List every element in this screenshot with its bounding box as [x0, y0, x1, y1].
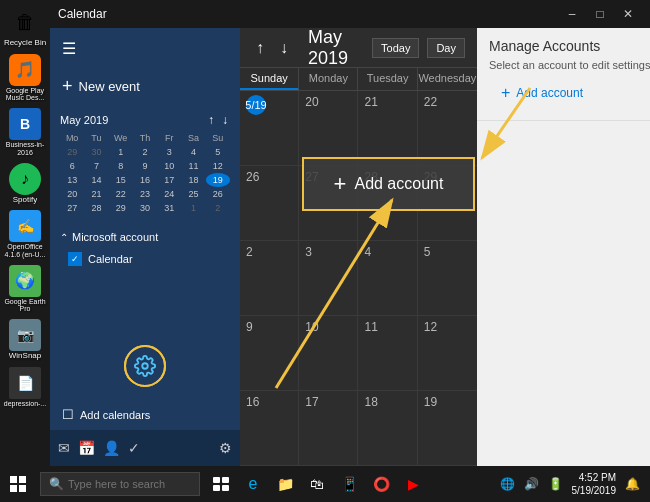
taskbar-right-icons: 🌐 🔊 🔋: [498, 474, 566, 494]
chrome-icon[interactable]: ⭕: [368, 471, 394, 497]
mini-cal-header: May 2019 ↑ ↓: [60, 113, 230, 127]
cal-cell-9[interactable]: 9: [240, 316, 299, 391]
accounts-header[interactable]: ⌃ Microsoft account: [60, 231, 230, 243]
desktop-icon-recycle-bin[interactable]: 🗑 Recycle Bin: [0, 4, 50, 50]
add-calendars-label: Add calendars: [80, 409, 150, 421]
accounts-section-title: Microsoft account: [72, 231, 158, 243]
cal-day-view-button[interactable]: Day: [427, 38, 465, 58]
account-item-calendar[interactable]: ✓ Calendar: [60, 249, 230, 269]
mini-cal-next[interactable]: ↓: [220, 113, 230, 127]
volume-icon[interactable]: 🔊: [522, 474, 542, 494]
desktop-icon-winsnap[interactable]: 📷 WinSnap: [0, 317, 50, 363]
cal-cell-20[interactable]: 20: [299, 91, 358, 166]
add-account-overlay-text: Add account: [354, 175, 443, 193]
window-title: Calendar: [58, 7, 558, 21]
panel-add-account-button[interactable]: + Add account: [489, 76, 650, 110]
close-button[interactable]: ✕: [614, 0, 642, 28]
day-headers: Sunday Monday Tuesday Wednesday: [240, 68, 477, 91]
add-calendars-button[interactable]: ☐ Add calendars: [50, 399, 240, 430]
maximize-button[interactable]: □: [586, 0, 614, 28]
calendar-body: ☰ + New event May 2019 ↑ ↓ Mo Tu W: [50, 28, 650, 466]
file-explorer-icon[interactable]: 📁: [272, 471, 298, 497]
mail-icon[interactable]: ✉: [58, 440, 70, 456]
desktop-icon-business[interactable]: B Business-in- 2016: [0, 106, 50, 158]
start-button[interactable]: [0, 466, 36, 502]
settings-gear-button[interactable]: [124, 345, 166, 387]
cal-cell-10[interactable]: 10: [299, 316, 358, 391]
people-icon[interactable]: 👤: [103, 440, 120, 456]
cal-cell-21[interactable]: 21: [358, 91, 417, 166]
cal-cell-17[interactable]: 17: [299, 391, 358, 466]
desktop-icon-google-earth[interactable]: 🌍 Google Earth Pro: [0, 263, 50, 315]
cal-cell-18[interactable]: 18: [358, 391, 417, 466]
notification-icon[interactable]: 🔔: [622, 474, 642, 494]
taskbar-search-input[interactable]: [68, 478, 191, 490]
svg-rect-11: [222, 485, 229, 491]
sidebar-header: ☰: [50, 28, 240, 68]
network-icon[interactable]: 🌐: [498, 474, 518, 494]
day-header-tuesday: Tuesday: [358, 68, 417, 90]
mini-cal-nav: ↑ ↓: [206, 113, 230, 127]
add-account-overlay-plus-icon: +: [334, 173, 347, 195]
taskbar-app-icons: e 📁 🛍 📱 ⭕ ▶: [208, 471, 426, 497]
desktop-icon-openoffice[interactable]: ✍ OpenOffice 4.1.6 (en-U...: [0, 208, 50, 260]
cal-nav-down[interactable]: ↓: [276, 39, 292, 57]
calendar-grid: 5/19 20 21 22 26 27 28 29 2 3 4 5 9 10 1…: [240, 91, 477, 466]
calendar-account-label: Calendar: [88, 253, 133, 265]
youtube-icon[interactable]: ▶: [400, 471, 426, 497]
mini-cal-title: May 2019: [60, 114, 108, 126]
minimize-button[interactable]: –: [558, 0, 586, 28]
manage-accounts-subtitle: Select an account to edit settings.: [489, 58, 650, 72]
svg-point-0: [142, 363, 148, 369]
cal-cell-519[interactable]: 5/19: [240, 91, 299, 166]
taskbar-right-area: 🌐 🔊 🔋 4:52 PM 5/19/2019 🔔: [498, 471, 651, 497]
phone-link-icon[interactable]: 📱: [336, 471, 362, 497]
svg-rect-10: [213, 485, 220, 491]
cal-cell-19[interactable]: 19: [418, 391, 477, 466]
settings-gear-container: [50, 337, 240, 395]
edge-icon[interactable]: e: [240, 471, 266, 497]
new-event-label: New event: [79, 79, 140, 94]
desktop-icon-spotify[interactable]: ♪ Spotify: [0, 161, 50, 207]
cal-cell-26[interactable]: 26: [240, 166, 299, 241]
desktop-icon-google-play-music[interactable]: 🎵 Google Play Music Des...: [0, 52, 50, 104]
mini-cal-grid: Mo Tu We Th Fr Sa Su 29 30 1 2 3 4 5 6: [60, 131, 230, 215]
taskbar-search-box[interactable]: 🔍: [40, 472, 200, 496]
cal-cell-4[interactable]: 4: [358, 241, 417, 316]
cal-today-button[interactable]: Today: [372, 38, 419, 58]
mini-calendar: May 2019 ↑ ↓ Mo Tu We Th Fr Sa Su 29: [50, 105, 240, 223]
calendar-nav-icon[interactable]: 📅: [78, 440, 95, 456]
taskbar: 🔍 e 📁 🛍 📱 ⭕ ▶ 🌐 🔊 🔋 4:52 PM 5/19/2019 🔔: [0, 466, 650, 502]
taskbar-clock[interactable]: 4:52 PM 5/19/2019: [572, 471, 617, 497]
cal-cell-22[interactable]: 22: [418, 91, 477, 166]
day-header-wednesday: Wednesday: [418, 68, 477, 90]
gear-icon: [134, 355, 156, 377]
battery-icon[interactable]: 🔋: [546, 474, 566, 494]
settings-icon[interactable]: ⚙: [219, 440, 232, 456]
desktop-icons-column: 🗑 Recycle Bin 🎵 Google Play Music Des...…: [0, 0, 50, 466]
cal-cell-12[interactable]: 12: [418, 316, 477, 391]
calendar-main: ↑ ↓ May 2019 Today Day Sunday Monday Tue…: [240, 28, 477, 466]
cal-nav-up[interactable]: ↑: [252, 39, 268, 57]
sidebar-bottom-bar: ✉ 📅 👤 ✓ ⚙: [50, 430, 240, 466]
new-event-button[interactable]: + New event: [50, 68, 240, 105]
svg-rect-7: [19, 485, 26, 492]
add-account-overlay[interactable]: + Add account: [302, 157, 475, 211]
todo-icon[interactable]: ✓: [128, 440, 140, 456]
calendar-grid-container: Sunday Monday Tuesday Wednesday 5/19 20 …: [240, 68, 477, 466]
store-icon[interactable]: 🛍: [304, 471, 330, 497]
calendar-main-header: ↑ ↓ May 2019 Today Day: [240, 28, 477, 68]
cal-cell-11[interactable]: 11: [358, 316, 417, 391]
cal-cell-5[interactable]: 5: [418, 241, 477, 316]
calendar-checkbox[interactable]: ✓: [68, 252, 82, 266]
cal-cell-16[interactable]: 16: [240, 391, 299, 466]
mini-cal-prev[interactable]: ↑: [206, 113, 216, 127]
cal-cell-3[interactable]: 3: [299, 241, 358, 316]
cal-cell-2[interactable]: 2: [240, 241, 299, 316]
taskbar-search-icon: 🔍: [49, 477, 64, 491]
desktop-icon-depression[interactable]: 📄 depression-...: [0, 365, 50, 410]
task-view-icon[interactable]: [208, 471, 234, 497]
svg-rect-4: [10, 476, 17, 483]
hamburger-icon[interactable]: ☰: [62, 39, 76, 58]
new-event-plus-icon: +: [62, 76, 73, 97]
